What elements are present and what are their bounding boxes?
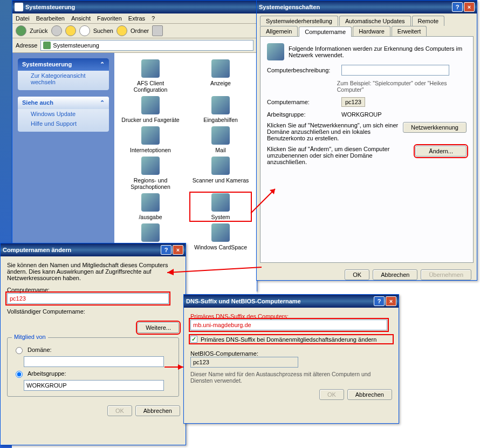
menu-fav[interactable]: Favoriten: [97, 15, 122, 22]
up-icon[interactable]: [65, 25, 76, 36]
ok-button[interactable]: OK: [345, 269, 369, 280]
views-icon[interactable]: [152, 25, 163, 36]
domain-radio-input[interactable]: [16, 347, 23, 354]
cp-panel-main-title: Systemsteuerung: [22, 61, 72, 68]
help-support-link[interactable]: Hilfe und Support: [18, 119, 109, 128]
search-icon[interactable]: [79, 25, 90, 36]
address-icon: [43, 42, 51, 49]
desc-hint: Zum Beispiel: "Spielcomputer" oder "Heik…: [337, 80, 467, 93]
change-text: Klicken Sie auf "Ändern", um diesen Comp…: [267, 146, 411, 165]
dns-titlebar[interactable]: DNS-Suffix und NetBIOS-Computername ? ×: [184, 295, 399, 308]
cp-icon-afs[interactable]: AFS Client Configuration: [121, 59, 180, 93]
suffix-field[interactable]: [190, 320, 387, 330]
cp-icon-label: Internetoptionen: [121, 147, 180, 153]
menu-view[interactable]: Ansicht: [71, 15, 91, 22]
cp-icon-accessibility[interactable]: Eingabehilfen: [191, 96, 250, 123]
close-button[interactable]: ×: [386, 296, 396, 306]
tab-advanced[interactable]: Erweitert: [392, 26, 427, 36]
tab-remote[interactable]: Remote: [412, 16, 445, 26]
cp-icon-cardspace[interactable]: Windows CardSpace: [191, 223, 250, 250]
close-button[interactable]: ×: [464, 2, 475, 12]
rename-titlebar[interactable]: Computernamen ändern ? ×: [1, 243, 186, 256]
sysprops-intro: Folgende Informationen werden zur Erkenn…: [289, 45, 467, 58]
dns-title: DNS-Suffix und NetBIOS-Computername: [186, 298, 301, 304]
rename-full-label: Vollständiger Computername:: [7, 308, 179, 315]
workgroup-radio-input[interactable]: [16, 371, 23, 378]
cp-icon-display[interactable]: Anzeige: [191, 59, 250, 93]
workgroup-label: Arbeitsgruppe:: [28, 370, 66, 377]
system-icon: [211, 193, 230, 212]
domain-label: Domäne:: [28, 347, 52, 353]
suffix-checkbox[interactable]: ✓: [190, 336, 197, 343]
back-label[interactable]: Zurück: [30, 28, 48, 34]
folders-icon[interactable]: [116, 25, 127, 36]
switch-category-link[interactable]: Zur Kategorieansicht wechseln: [18, 71, 109, 87]
netid-text: Klicken Sie auf "Netzwerkkennung", um si…: [267, 122, 399, 141]
cp-addressbar: Adresse Systemsteuerung: [12, 38, 257, 53]
collapse-icon[interactable]: ⌃: [100, 99, 105, 106]
help-button[interactable]: ?: [161, 245, 172, 255]
cp-menubar: Datei Bearbeiten Ansicht Favoriten Extra…: [12, 13, 257, 24]
tab-restore[interactable]: Systemwiederherstellung: [260, 16, 338, 26]
netbios-label: NetBIOS-Computername:: [190, 350, 392, 357]
help-button[interactable]: ?: [374, 296, 385, 306]
menu-edit[interactable]: Bearbeiten: [36, 15, 65, 22]
tab-hardware[interactable]: Hardware: [353, 26, 390, 36]
audio-icon: [141, 193, 160, 212]
printer-icon: [141, 96, 160, 114]
change-button[interactable]: Ändern...: [415, 146, 467, 157]
cp-icon-internet[interactable]: Internetoptionen: [121, 126, 180, 153]
cp-icon-mail[interactable]: Mail: [191, 126, 250, 153]
computer-icon: [267, 43, 284, 60]
cp-icon-system[interactable]: System: [191, 193, 250, 220]
menu-help[interactable]: ?: [152, 15, 155, 22]
address-field[interactable]: Systemsteuerung: [40, 40, 253, 51]
globe-icon: [141, 157, 160, 175]
search-label[interactable]: Suchen: [93, 28, 113, 34]
cp-icon-label: Windows CardSpace: [191, 244, 250, 250]
cp-icon-scanners[interactable]: Scanner und Kameras: [191, 157, 250, 190]
back-icon[interactable]: [16, 25, 26, 36]
collapse-icon[interactable]: ⌃: [100, 61, 105, 68]
folders-label[interactable]: Ordner: [131, 28, 149, 34]
group-value: WORKGROUP: [341, 111, 382, 118]
windows-update-link[interactable]: Windows Update: [18, 109, 109, 119]
workgroup-field[interactable]: [24, 380, 164, 391]
desc-label: Computerbeschreibung:: [267, 67, 337, 73]
name-value: pc123: [341, 97, 365, 107]
cp-icon-label: /ausgabe: [121, 214, 180, 220]
cp-panel-seealso-header[interactable]: Siehe auch ⌃: [18, 97, 109, 109]
menu-file[interactable]: Datei: [16, 15, 30, 22]
cp-icon-label: Anzeige: [191, 80, 250, 86]
domain-radio[interactable]: Domäne:: [13, 345, 173, 354]
domain-field[interactable]: [24, 356, 164, 367]
workgroup-radio[interactable]: Arbeitsgruppe:: [13, 369, 173, 378]
rename-name-field[interactable]: [7, 293, 169, 304]
sysprops-titlebar[interactable]: Systemeigenschaften ? ×: [257, 1, 477, 13]
cp-icon-printers[interactable]: Drucker und Faxgeräte: [121, 96, 180, 123]
cancel-button[interactable]: Abbrechen: [373, 269, 417, 280]
desc-field[interactable]: [341, 65, 449, 76]
cancel-button[interactable]: Abbrechen: [347, 389, 392, 400]
tab-general[interactable]: Allgemein: [260, 26, 298, 36]
rename-title: Computernamen ändern: [3, 247, 71, 253]
tab-updates[interactable]: Automatische Updates: [339, 16, 411, 26]
rename-buttons: OK Abbrechen: [1, 402, 186, 419]
close-button[interactable]: ×: [173, 245, 183, 255]
cp-icon-audio[interactable]: /ausgabe: [121, 193, 180, 220]
cp-icon-label: Regions- und Sprachoptionen: [121, 177, 180, 190]
cp-icon-regional[interactable]: Regions- und Sprachoptionen: [121, 157, 180, 190]
cp-panel-main-header[interactable]: Systemsteuerung ⌃: [18, 58, 109, 71]
tab-computername[interactable]: Computername: [299, 26, 352, 37]
more-button[interactable]: Weitere...: [138, 322, 179, 333]
cp-icon-label: Scanner und Kameras: [191, 177, 250, 184]
name-label: Computername:: [267, 99, 337, 105]
cardspace-icon: [211, 223, 230, 242]
sysprops-window: Systemeigenschaften ? × Systemwiederhers…: [256, 0, 477, 281]
netid-button[interactable]: Netzwerkkennung: [403, 122, 467, 133]
menu-extras[interactable]: Extras: [128, 15, 145, 22]
cancel-button[interactable]: Abbrechen: [135, 405, 180, 416]
cp-titlebar[interactable]: Systemsteuerung: [12, 1, 257, 13]
help-button[interactable]: ?: [452, 2, 463, 12]
address-value: Systemsteuerung: [53, 42, 99, 49]
